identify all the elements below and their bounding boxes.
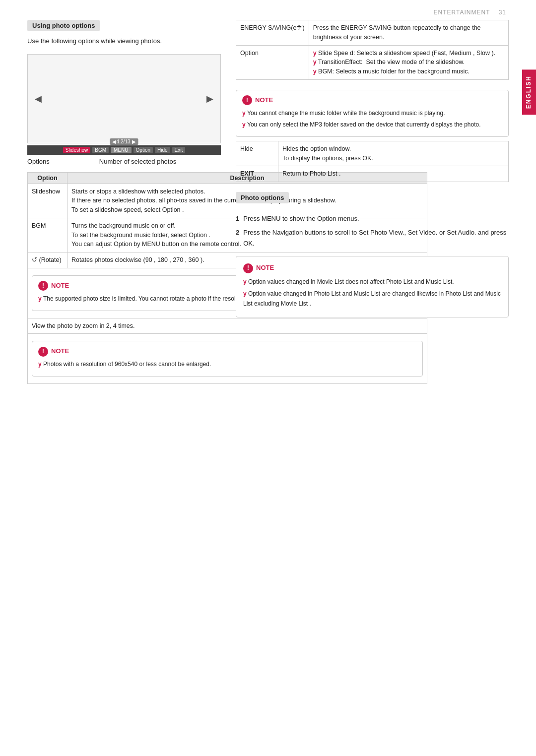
note-item: You can only select the MP3 folder saved… [242,120,502,129]
note-item: You cannot change the music folder while… [242,109,502,118]
arrow-right-icon: ▶ [206,93,213,104]
item-text-2: Press the Navigation buttons to scroll t… [243,227,509,249]
photo-option-item-1: 1 Press MENU to show the Option menus. [236,213,509,224]
english-tab: ENGLISH [522,69,536,115]
right-note-icon-1: ! [242,95,252,105]
table-row: Option y Slide Spee d: Selects a slidesh… [236,45,509,79]
photo-options-section: Photo options 1 Press MENU to show the O… [236,192,509,317]
right-note-icon-2: ! [243,263,253,273]
photo-toolbar: ◀4 2/13 ▶ Slideshow BGM MENU Option Hide… [27,145,221,155]
hide-label: Hide [236,141,278,166]
header-text: ENTERTAINMENT [434,9,490,16]
right-table-2: Hide Hides the option window. To display… [236,141,509,182]
col-option: Option [28,172,67,184]
toolbar-bgm-btn[interactable]: BGM [92,147,109,153]
section-heading-photo-options: Using photo options [27,20,100,31]
item-num-1: 1 [236,213,239,224]
table-row: ENERGY SAVING(e☂) Press the ENERGY SAVIN… [236,20,509,46]
toolbar-menu-btn[interactable]: MENU [111,147,131,153]
page-number: 31 [499,9,506,16]
page-header: ENTERTAINMENT 31 [0,0,536,20]
option-rotate: ↺ (Rotate) [28,252,67,268]
energy-desc: Press the ENERGY SAVING button repeatedl… [309,20,508,46]
note-icon-2: ! [38,347,48,357]
left-column: Using photo options Use the following op… [27,20,221,384]
option-label: Option [236,45,309,79]
right-top-table: ENERGY SAVING(e☂) Press the ENERGY SAVIN… [236,20,509,80]
exit-desc: Return to Photo List . [278,166,509,182]
photo-options-list: 1 Press MENU to show the Option menus. 2… [236,213,509,249]
photo-option-item-2: 2 Press the Navigation buttons to scroll… [236,227,509,249]
toolbar-option-btn[interactable]: Option [134,147,153,153]
option-desc: y Slide Spee d: Selects a slideshow spee… [309,45,508,79]
toolbar-exit-btn[interactable]: Exit [172,147,186,153]
exit-label: EXIT [236,166,278,182]
right-note-header-1: ! NOTE [242,95,502,106]
option-bgm: BGM [28,218,67,252]
toolbar-slideshow-btn[interactable]: Slideshow [63,147,91,153]
table-row: EXIT Return to Photo List . [236,166,509,182]
option-slideshow: Slideshow [28,184,67,218]
note-item: Option value changed in Photo List and M… [243,289,501,309]
section-heading-photo-opts: Photo options [236,192,289,203]
right-note-header-2: ! NOTE [243,262,501,273]
item-num-2: 2 [236,227,239,249]
hide-desc: Hides the option window. To display the … [278,141,509,166]
right-note-box-1: ! NOTE You cannot change the music folde… [236,90,509,137]
table-row: Hide Hides the option window. To display… [236,141,509,166]
caption-number: Number of selected photos [99,158,176,165]
toolbar-counter: ◀4 2/13 ▶ [110,138,138,145]
energy-label: ENERGY SAVING(e☂) [236,20,309,46]
note-icon-1: ! [38,281,48,291]
intro-text: Use the following options while viewing … [27,36,221,46]
toolbar-hide-btn[interactable]: Hide [155,147,170,153]
options-label: Options Number of selected photos [27,158,221,165]
caption-options: Options [27,158,50,165]
right-note-box-2: ! NOTE Option values changed in Movie Li… [236,256,509,317]
photo-viewer: ◀ ▶ [27,54,221,143]
item-text-1: Press MENU to show the Option menus. [243,213,359,224]
right-column: ENERGY SAVING(e☂) Press the ENERGY SAVIN… [236,20,509,384]
note-item: Option values changed in Movie List does… [243,277,501,287]
arrow-left-icon: ◀ [35,93,42,104]
